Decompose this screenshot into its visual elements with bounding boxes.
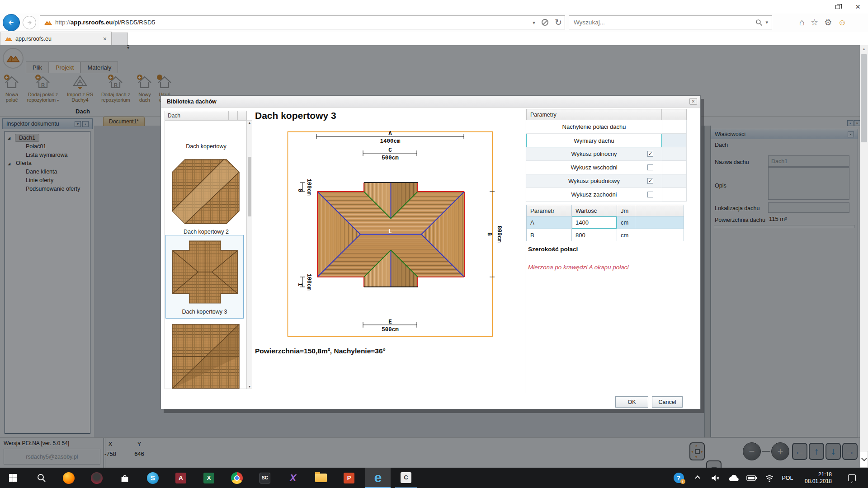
dim-e-letter: E bbox=[388, 319, 392, 325]
scrollbar-up-icon[interactable]: ▲ bbox=[860, 47, 868, 51]
close-icon: × bbox=[855, 2, 860, 12]
taskbar-sc-app-icon[interactable]: SC bbox=[256, 468, 274, 488]
scrollbar-down-button[interactable] bbox=[860, 451, 868, 468]
back-arrow-icon bbox=[6, 18, 16, 28]
taskbar-chrome-icon[interactable] bbox=[228, 468, 246, 488]
url-dropdown-icon[interactable]: ▾ bbox=[533, 19, 535, 26]
search-icon[interactable] bbox=[755, 19, 763, 26]
action-center-icon[interactable] bbox=[842, 468, 862, 488]
params-header: Parametry bbox=[526, 109, 662, 120]
scrollbar-thumb[interactable] bbox=[861, 54, 867, 142]
param-row-wymiary[interactable]: Wymiary dachu bbox=[526, 134, 662, 147]
cancel-button[interactable]: Cancel bbox=[652, 396, 683, 408]
ie-e-icon: e bbox=[374, 471, 382, 484]
checkbox-wykusz-wschodni[interactable] bbox=[647, 164, 653, 170]
param-row-wykusz-zachodni[interactable]: Wykusz zachodni bbox=[526, 188, 662, 202]
forward-button[interactable] bbox=[23, 16, 36, 29]
roof-list-item-label[interactable]: Dach kopertowy bbox=[165, 143, 247, 150]
list-scroll-up-icon[interactable]: ▲ bbox=[247, 121, 252, 124]
tab-close-icon[interactable]: × bbox=[103, 35, 107, 42]
taskbar-c-app-icon[interactable]: C bbox=[395, 468, 417, 488]
taskbar-internet-explorer-active[interactable]: e bbox=[365, 468, 391, 488]
search-input[interactable] bbox=[569, 19, 755, 26]
roof-thumbnail-kopertowy2[interactable] bbox=[170, 157, 242, 226]
taskbar-search-button[interactable] bbox=[32, 468, 52, 488]
taskbar-access-icon[interactable]: A bbox=[172, 468, 190, 488]
taskbar-store-icon[interactable] bbox=[116, 468, 134, 488]
restore-button[interactable] bbox=[827, 0, 848, 14]
roof-list-scrollbar[interactable]: ▲ ▼ bbox=[247, 120, 252, 389]
refresh-icon[interactable]: ↻ bbox=[555, 17, 562, 28]
clock[interactable]: 21:18 08.01.2018 bbox=[799, 468, 837, 488]
settings-gear-icon[interactable]: ⚙ bbox=[824, 17, 832, 28]
dim-e-value: 500cm bbox=[382, 327, 399, 333]
roof-list-header-cell3[interactable] bbox=[237, 111, 247, 121]
dim-a-value: 1400cm bbox=[380, 138, 401, 145]
back-button[interactable] bbox=[3, 14, 20, 31]
taskbar-skype-icon[interactable]: S bbox=[144, 468, 162, 488]
dim-a-letter: A bbox=[388, 131, 392, 137]
table-row-b[interactable]: B 800 cm bbox=[527, 229, 684, 241]
roof-thumbnail-kopertowy3 bbox=[170, 238, 240, 306]
ridge-label: L bbox=[388, 228, 392, 235]
ok-button[interactable]: OK bbox=[615, 396, 648, 408]
roof-list-item-label: Dach kopertowy 3 bbox=[166, 309, 243, 315]
minimize-button[interactable] bbox=[807, 0, 827, 14]
checkbox-wykusz-zachodni[interactable] bbox=[647, 192, 653, 197]
search-box[interactable]: ▾ bbox=[569, 15, 772, 29]
list-scroll-down-icon[interactable]: ▼ bbox=[247, 385, 252, 388]
dim-i-letter: I bbox=[297, 283, 303, 286]
favorites-star-icon[interactable]: ☆ bbox=[811, 17, 818, 28]
tray-help-icon[interactable]: ?i bbox=[671, 468, 686, 488]
param-row-wykusz-poludniowy[interactable]: Wykusz południowy bbox=[526, 174, 662, 188]
roof-list-header-cell2[interactable] bbox=[228, 111, 238, 121]
smiley-feedback-icon[interactable]: ☺ bbox=[838, 18, 846, 28]
dialog-close-button[interactable]: × bbox=[689, 98, 697, 105]
new-tab-button[interactable] bbox=[112, 33, 128, 45]
param-row-wykusz-wschodni[interactable]: Wykusz wschodni bbox=[526, 161, 662, 174]
taskbar-file-explorer-icon[interactable] bbox=[312, 468, 330, 488]
tray-battery-icon[interactable] bbox=[744, 468, 760, 488]
clock-time: 21:18 bbox=[805, 471, 832, 478]
checkbox-wykusz-poludniowy[interactable]: ✓ bbox=[647, 178, 653, 184]
tray-volume-muted-icon[interactable] bbox=[708, 468, 722, 488]
language-indicator[interactable]: POL bbox=[778, 468, 797, 488]
store-bag-icon bbox=[120, 473, 130, 483]
start-button[interactable] bbox=[4, 468, 22, 488]
taskbar-visual-studio-icon[interactable]: X bbox=[284, 468, 302, 488]
screen: { "browser": { "url_protocol": "http://"… bbox=[0, 0, 868, 488]
roof-list-selected-item[interactable]: Dach kopertowy 3 bbox=[165, 235, 244, 319]
param-table: Parametr Wartość Jm A 1400 cm B 800 cm bbox=[526, 205, 684, 241]
windows-logo-icon bbox=[9, 474, 17, 482]
checkbox-wykusz-polnocny[interactable]: ✓ bbox=[647, 151, 653, 157]
roof-list-header[interactable]: Dach bbox=[165, 111, 229, 121]
table-row-a[interactable]: A 1400 cm bbox=[527, 216, 684, 229]
param-row-wykusz-polnocny[interactable]: Wykusz północny bbox=[526, 147, 662, 161]
list-scrollbar-thumb[interactable] bbox=[248, 157, 251, 216]
forward-arrow-icon bbox=[25, 19, 33, 27]
param-note: Mierzona po krawędzi A okapu połaci bbox=[528, 264, 629, 271]
roof-thumbnail-partial[interactable] bbox=[170, 322, 242, 389]
search-dropdown-icon[interactable]: ▾ bbox=[765, 19, 768, 25]
stop-icon[interactable] bbox=[542, 19, 548, 26]
taskbar-firefox-icon[interactable] bbox=[60, 468, 78, 488]
tray-chevron-up-icon[interactable] bbox=[691, 468, 704, 488]
dialog-titlebar[interactable]: Biblioteka dachów × bbox=[161, 96, 700, 108]
browser-tab[interactable]: app.rsroofs.eu × bbox=[0, 32, 112, 45]
home-icon[interactable]: ⌂ bbox=[799, 17, 805, 28]
value-input-a[interactable]: 1400 bbox=[572, 216, 617, 229]
url-domain: app.rsroofs.eu bbox=[71, 19, 113, 26]
taskbar: S A X SC X P e C ?i POL 21:18 08.01.2018 bbox=[0, 468, 868, 488]
value-input-b[interactable]: 800 bbox=[572, 229, 617, 241]
tray-onedrive-icon[interactable] bbox=[726, 468, 741, 488]
roof-list-item-label[interactable]: Dach kopertowy 2 bbox=[165, 229, 247, 235]
browser-scrollbar[interactable]: ▲ bbox=[860, 45, 868, 468]
param-row-nachylenie[interactable]: Nachylenie połaci dachu bbox=[526, 120, 662, 134]
address-bar[interactable]: http://app.rsroofs.eu/pl/RSD5/RSD5 ▾ ↻ bbox=[40, 15, 565, 29]
taskbar-excel-icon[interactable]: X bbox=[200, 468, 218, 488]
tray-wifi-icon[interactable] bbox=[762, 468, 777, 488]
taskbar-powerpoint-icon[interactable]: P bbox=[340, 468, 358, 488]
close-button[interactable]: × bbox=[848, 0, 868, 14]
clock-date: 08.01.2018 bbox=[805, 478, 832, 485]
taskbar-opera-icon[interactable] bbox=[88, 468, 106, 488]
